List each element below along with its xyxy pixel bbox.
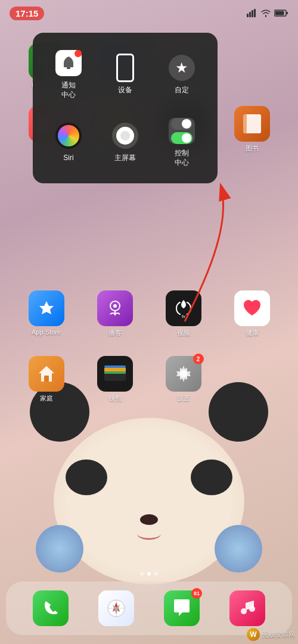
svg-point-21 (113, 304, 117, 308)
toggle-row (171, 118, 193, 144)
svg-rect-27 (104, 365, 126, 368)
siri-icon-container (54, 121, 83, 150)
device-label: 设备 (118, 86, 132, 95)
svg-point-37 (241, 608, 247, 614)
music-icon[interactable] (229, 590, 265, 626)
star-icon-shape: ★ (169, 55, 195, 81)
homescreen-icon-shape (112, 123, 138, 149)
watermark-text: 无极安卓网 (262, 630, 295, 639)
menu-item-siri[interactable]: Siri (42, 110, 95, 174)
notif-dot (76, 50, 82, 56)
app-appletv[interactable]: tv 视频 (149, 286, 218, 342)
phone-icon[interactable] (33, 590, 69, 626)
podcasts-icon[interactable] (97, 290, 133, 326)
customize-icon-container: ★ (167, 54, 196, 82)
books-icon[interactable] (234, 106, 270, 142)
homescreen-circle (116, 127, 134, 145)
panda-decoration (140, 514, 158, 525)
podcasts-label: 播客 (108, 329, 122, 337)
messages-icon[interactable]: 81 (164, 590, 200, 626)
settings-label: 设置 (177, 394, 190, 403)
status-time: 17:15 (10, 7, 44, 20)
notification-center-icon (54, 49, 83, 77)
dock-phone[interactable] (33, 590, 69, 626)
panda-decoration (215, 525, 262, 573)
dock-music[interactable] (229, 590, 265, 626)
watermark-logo: W (247, 628, 260, 641)
safari-icon[interactable] (98, 590, 134, 626)
svg-rect-26 (104, 368, 126, 371)
watermark: W 无极安卓网 (247, 628, 295, 641)
svg-rect-6 (275, 11, 284, 15)
homescreen-icon-container (111, 121, 139, 150)
notification-center-label: 通知中心 (61, 81, 76, 99)
panda-decoration (191, 459, 232, 495)
controlcenter-label: 控制中心 (175, 149, 189, 167)
status-icons (247, 9, 288, 17)
svg-rect-0 (247, 14, 249, 17)
menu-item-notification[interactable]: 通知中心 (42, 42, 95, 107)
app-row-3: App Store 播客 tv 视频 (0, 280, 298, 348)
panda-decoration (137, 528, 161, 540)
battery-icon (274, 9, 288, 17)
siri-label: Siri (63, 154, 73, 163)
dock: 81 (6, 582, 292, 635)
wallet-icon[interactable] (97, 356, 133, 392)
page-dot-3 (154, 572, 158, 576)
dock-messages[interactable]: 81 (164, 590, 200, 626)
panda-decoration (36, 525, 83, 573)
panda-decoration (54, 418, 244, 584)
page-indicator (140, 572, 158, 576)
device-icon-container (111, 54, 139, 82)
dock-safari[interactable] (98, 590, 134, 626)
health-icon[interactable] (234, 290, 270, 326)
app-books[interactable]: 图书 (218, 101, 286, 158)
svg-point-38 (249, 606, 255, 612)
health-label: 健康 (246, 329, 259, 337)
home-icon[interactable] (29, 356, 64, 392)
svg-rect-2 (252, 10, 253, 17)
panda-decoration (66, 459, 107, 495)
app-appstore[interactable]: App Store (12, 286, 80, 342)
appstore-label: App Store (32, 329, 61, 336)
wifi-icon (260, 9, 271, 17)
svg-rect-24 (44, 376, 49, 382)
menu-item-homescreen[interactable]: 主屏幕 (98, 110, 152, 174)
context-menu-grid: 通知中心 设备 ★ 自定 Siri (42, 42, 209, 174)
appletv-icon[interactable]: tv (166, 290, 201, 326)
svg-text:tv: tv (181, 314, 185, 319)
toggle-switch-2 (171, 132, 193, 144)
toggle-switch-1 (171, 118, 193, 130)
svg-rect-5 (286, 12, 288, 14)
menu-item-customize[interactable]: ★ 自定 (155, 42, 209, 107)
svg-rect-30 (67, 67, 70, 69)
app-wallet[interactable]: 钱包 (80, 351, 149, 408)
notification-icon-shape (55, 50, 82, 76)
app-settings[interactable]: 2 设置 (149, 351, 218, 408)
home-label: 家庭 (40, 394, 53, 403)
app-health[interactable]: 健康 (218, 286, 286, 342)
menu-item-device[interactable]: 设备 (98, 42, 152, 107)
books-label: 图书 (246, 144, 259, 153)
signal-icon (247, 9, 257, 17)
app-home[interactable]: 家庭 (12, 351, 80, 408)
controlcenter-icon-shape (169, 118, 195, 144)
appstore-icon[interactable] (29, 290, 64, 326)
page-dot-2 (147, 572, 151, 576)
svg-rect-1 (249, 12, 251, 17)
menu-item-controlcenter[interactable]: 控制中心 (155, 110, 209, 174)
settings-icon[interactable]: 2 (166, 356, 201, 392)
context-menu: 通知中心 设备 ★ 自定 Siri (33, 33, 218, 183)
device-icon-shape (116, 54, 134, 82)
siri-inner-shape (58, 125, 79, 146)
app-empty2 (218, 39, 286, 95)
siri-icon-shape (55, 123, 82, 149)
controlcenter-icon-container (167, 117, 196, 145)
homescreen-label: 主屏幕 (114, 154, 136, 163)
app-podcasts[interactable]: 播客 (80, 286, 149, 342)
app-row-4: 家庭 钱包 2 设置 (0, 345, 298, 414)
svg-rect-19 (243, 114, 247, 133)
status-bar: 17:15 (0, 0, 298, 26)
homescreen-inner (120, 131, 130, 140)
svg-rect-3 (254, 9, 256, 17)
